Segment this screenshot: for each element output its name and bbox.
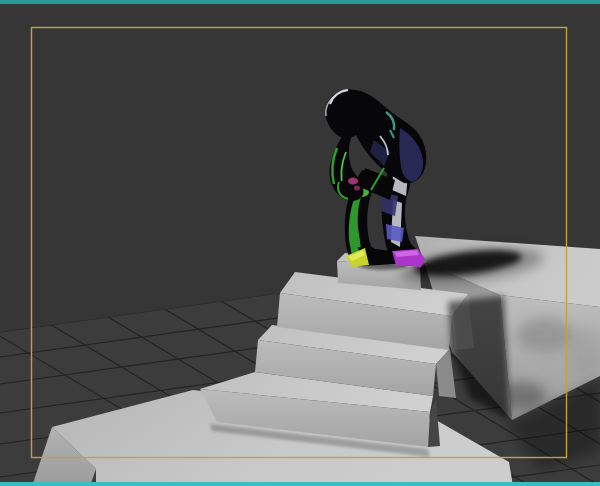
render-viewport[interactable]: [0, 0, 600, 486]
hand-magenta-1: [348, 178, 358, 185]
viewport-top-border: [0, 0, 600, 4]
viewport-bottom-border: [0, 482, 600, 486]
hand-magenta-2: [354, 186, 360, 191]
